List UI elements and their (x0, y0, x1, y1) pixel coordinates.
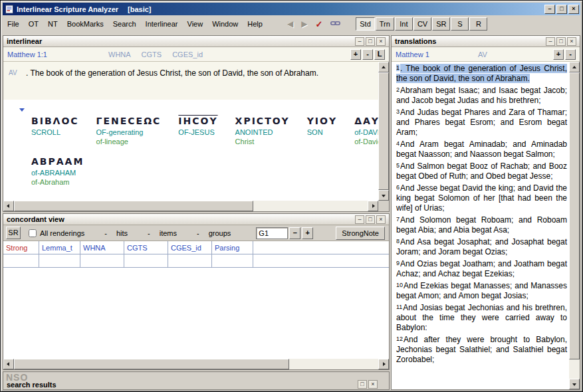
scroll-left-button[interactable] (3, 359, 14, 369)
interlinear-word[interactable]: ΙΗϹΟΥ OF-JESUS (178, 116, 217, 146)
panel-close-button[interactable]: × (567, 37, 576, 46)
zoom-in-button[interactable]: + (553, 49, 564, 60)
forward-icon[interactable]: ▶ (297, 19, 311, 29)
column-header-cell[interactable]: Parsing (212, 241, 253, 254)
toolbar-toggle-button[interactable]: SR (432, 17, 450, 31)
column-header-cell[interactable]: WHNA (80, 241, 124, 254)
interlinear-word[interactable]: ΓΕΝΕϹΕΩϹ OF-generating of-lineage (96, 116, 162, 146)
interlinear-panel-header[interactable]: interlinear – □ × (3, 36, 389, 47)
lock-button[interactable]: L (374, 49, 385, 60)
menu-item[interactable]: NT (43, 17, 62, 31)
toolbar-toggle-button[interactable]: S (451, 17, 469, 31)
greek-word[interactable]: ΓΕΝΕϹΕΩϹ (96, 116, 162, 126)
scroll-down-button[interactable] (569, 379, 580, 389)
title-bar[interactable]: Interlinear Scripture Analyzer [basic] –… (3, 3, 580, 15)
verify-icon[interactable]: ✓ (311, 19, 326, 29)
menu-item[interactable]: Search (108, 17, 141, 31)
verse[interactable]: 4And Aram begat Aminadab; and Aminadab b… (396, 140, 567, 159)
toolbar-toggle-button[interactable]: R (469, 17, 487, 31)
menu-item[interactable]: Interlinear (141, 17, 183, 31)
increment-button[interactable]: + (302, 227, 313, 239)
verse-reference[interactable]: Matthew 1:1 (7, 50, 47, 58)
toolbar-toggle-button[interactable]: Int (395, 17, 413, 31)
column-label[interactable]: CGTS (142, 50, 162, 58)
panel-minimize-button[interactable]: – (355, 215, 364, 224)
column-header-cell[interactable]: CGES_id (168, 241, 212, 254)
decrement-button[interactable]: – (289, 227, 300, 239)
scroll-right-button[interactable] (368, 201, 378, 211)
panel-minimize-button[interactable]: – (355, 37, 364, 46)
interlinear-word[interactable]: ΑΒΡΑΑΜ of-ABRAHAM of-Abraham (31, 156, 84, 186)
verse[interactable]: 9And Ozias begat Joatham; and Joatham be… (396, 259, 567, 279)
zoom-out-button[interactable]: - (565, 49, 576, 60)
verse[interactable]: 3And Judas begat Phares and Zara of Tham… (396, 108, 567, 138)
toolbar-toggle-button[interactable]: Trn (376, 17, 394, 31)
menu-item[interactable]: OT (24, 17, 43, 31)
back-icon[interactable]: ◀ (283, 19, 297, 29)
greek-word[interactable]: ΒΙΒΛΟϹ (31, 116, 79, 126)
interlinear-vertical-scrollbar[interactable] (378, 62, 389, 201)
verse[interactable]: 2Abraham begat Isaac; and Isaac begat Ja… (396, 86, 567, 106)
panel-maximize-button[interactable]: □ (358, 380, 367, 389)
panel-maximize-button[interactable]: □ (366, 37, 375, 46)
interlinear-word[interactable]: ΔΑΥΙΔ of-DAVID of-David (354, 116, 378, 146)
chapter-reference[interactable]: Matthew 1 (396, 50, 429, 58)
verse[interactable]: 7And Solomon begat Roboam; and Roboam be… (396, 215, 567, 235)
all-renderings-checkbox[interactable] (29, 229, 37, 237)
maximize-button[interactable]: □ (556, 5, 567, 14)
verse[interactable]: 12And after they were brought to Babylon… (396, 335, 567, 365)
column-header-cell[interactable]: Lemma_t (39, 241, 80, 254)
panel-maximize-button[interactable]: □ (366, 215, 375, 224)
scroll-thumb[interactable] (569, 72, 580, 359)
translations-vertical-scrollbar[interactable] (569, 62, 580, 389)
column-label[interactable]: CGES_id (172, 50, 203, 58)
interlinear-word[interactable]: ΧΡΙϹΤΟΥ ANOINTED Christ (235, 116, 290, 146)
verse[interactable]: 1. The book of the generation of Jesus C… (396, 64, 567, 84)
column-label[interactable]: WHNA (108, 50, 131, 58)
translations-panel-header[interactable]: translations – □ × (392, 36, 580, 47)
interlinear-word[interactable]: ΒΙΒΛΟϹ SCROLL (31, 116, 79, 146)
toolbar-toggle-button[interactable]: CV (413, 17, 431, 31)
greek-word[interactable]: ΑΒΡΑΑΜ (31, 156, 84, 167)
scroll-left-button[interactable] (3, 201, 14, 211)
concordant-panel-header[interactable]: concordant view – □ × (3, 214, 389, 225)
greek-word[interactable]: ΥΙΟΥ (307, 116, 337, 126)
greek-word[interactable]: ΙΗϹΟΥ (178, 116, 217, 126)
menu-item[interactable]: Window (207, 17, 243, 31)
zoom-out-button[interactable]: - (362, 49, 373, 60)
close-button[interactable]: × (568, 5, 579, 14)
menu-item[interactable]: Help (243, 17, 267, 31)
concordant-horizontal-scrollbar[interactable] (3, 359, 389, 369)
scroll-thumb[interactable] (378, 72, 389, 190)
verse[interactable]: 11And Josias begat Jechonias and his bre… (396, 303, 567, 333)
zoom-in-button[interactable]: + (350, 49, 361, 60)
verse[interactable]: 8And Asa begat Josaphat; and Josaphat be… (396, 237, 567, 257)
verse[interactable]: 10And Ezekias begat Manasses; and Manass… (396, 281, 567, 301)
menu-item[interactable]: BookMarks (62, 17, 108, 31)
panel-close-button[interactable]: × (376, 215, 386, 224)
sr-button[interactable]: SR (6, 227, 21, 239)
av-verse-row[interactable]: AV . The book of the generation of Jesus… (3, 62, 378, 100)
scroll-thumb[interactable] (14, 201, 253, 211)
column-header-cell[interactable]: CGTS (124, 241, 168, 254)
menu-item[interactable]: View (183, 17, 208, 31)
panel-close-button[interactable]: × (368, 380, 378, 389)
greek-word[interactable]: ΔΑΥΙΔ (354, 116, 378, 126)
interlinear-horizontal-scrollbar[interactable] (3, 201, 378, 211)
scroll-up-button[interactable] (378, 62, 389, 72)
collapse-arrow-icon[interactable] (19, 108, 25, 112)
panel-close-button[interactable]: × (376, 37, 386, 46)
scroll-up-button[interactable] (569, 62, 580, 72)
strong-number-input[interactable] (256, 227, 288, 239)
scroll-right-button[interactable] (378, 359, 389, 369)
minimize-button[interactable]: – (544, 5, 555, 14)
link-icon[interactable] (326, 19, 344, 29)
panel-maximize-button[interactable]: □ (556, 37, 566, 46)
verse[interactable]: 6And Jesse begat David the king; and Dav… (396, 183, 567, 213)
interlinear-word[interactable]: ΥΙΟΥ SON (307, 116, 337, 146)
scroll-down-button[interactable] (378, 190, 389, 201)
menu-item[interactable]: File (3, 17, 24, 31)
toolbar-toggle-button[interactable]: Std (356, 17, 375, 31)
greek-word[interactable]: ΧΡΙϹΤΟΥ (235, 116, 290, 126)
search-results-header[interactable]: search results □ × (3, 379, 389, 389)
